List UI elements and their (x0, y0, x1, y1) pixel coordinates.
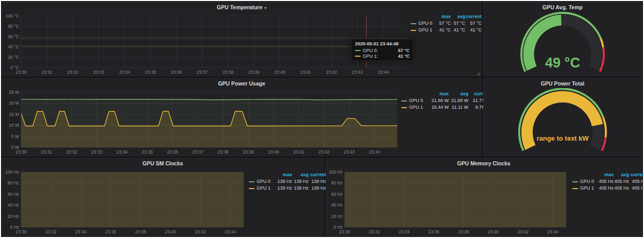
gpu-sm-clocks-chart[interactable]: 0 Hz20 Hz40 Hz60 Hz80 Hz100 Hz23:3023:32… (3, 168, 247, 235)
y-axis-tick-label: 60 Hz (8, 192, 19, 197)
panel-title-gpu-power-usage[interactable]: GPU Power Usage (218, 80, 265, 87)
legend-series-gpu-0[interactable]: GPU 0 (249, 179, 275, 184)
x-axis-tick-label: 23:37 (192, 149, 204, 155)
legend-header-avg[interactable]: avg (449, 91, 468, 97)
x-axis-tick-label: 23:36 (105, 229, 116, 234)
legend-series-gpu-0[interactable]: GPU 0 (401, 98, 428, 104)
legend-series-gpu-0[interactable]: GPU 0 (411, 21, 436, 26)
y-axis-tick-label: 100 Hz (329, 169, 343, 175)
y-axis-tick-label: 60 °C (8, 34, 19, 39)
x-axis-tick-label: 23:34 (399, 229, 410, 234)
legend-corner-cell (249, 172, 275, 178)
panel-title-gpu-sm-clocks[interactable]: GPU SM Clocks (143, 160, 183, 166)
tooltip-series-value: 41 °C (398, 54, 410, 59)
legend-header-avg[interactable]: avg (614, 172, 629, 178)
gpu-temperature-legend: maxavgcurrentGPU 057 °C57 °C57 °CGPU 141… (411, 14, 482, 33)
y-axis-tick-label: 20 Hz (8, 214, 19, 219)
legend-header-avg[interactable]: avg (451, 14, 465, 20)
legend-header-max[interactable]: max (597, 172, 614, 178)
series-color-dash (249, 181, 255, 182)
panel-title-gpu-avg-temp[interactable]: GPU Avg. Temp (543, 4, 583, 10)
legend-series-gpu-0[interactable]: GPU 0 (572, 179, 597, 184)
tooltip-row: GPU 1: 41 °C (355, 54, 410, 59)
x-axis-tick-label: 23:33 (91, 149, 103, 155)
panel-title-gpu-power-total[interactable]: GPU Power Total (541, 80, 584, 87)
legend-header-max[interactable]: max (428, 91, 449, 97)
x-axis-tick-label: 23:32 (67, 70, 79, 75)
series-color-dash (355, 56, 361, 57)
x-axis-tick-label: 23:42 (318, 149, 330, 155)
grid-lines (21, 16, 406, 67)
legend-value-cell: 57 °C (465, 21, 482, 26)
x-axis-tick-label: 23:35 (142, 149, 153, 155)
gpu-temperature-chart[interactable]: 0 °C20 °C40 °C60 °C80 °C100 °C23:3023:31… (3, 12, 410, 76)
series-color-dash (411, 23, 416, 24)
legend-series-label: GPU 0 (409, 98, 423, 104)
y-axis-tick-label: 40 Hz (8, 202, 19, 208)
chevron-down-icon[interactable]: ▾ (264, 6, 266, 10)
x-axis-tick-label: 23:42 (326, 70, 337, 75)
panel-gpu-avg-temp: GPU Avg. Temp 49 °C (483, 2, 642, 76)
legend-value-cell: 41 °C (436, 27, 451, 33)
tooltip-row: GPU 0: 57 °C (355, 48, 410, 53)
legend-series-label: GPU 1 (409, 105, 423, 110)
x-axis-tick-label: 23:38 (135, 229, 146, 234)
legend-series-gpu-1[interactable]: GPU 1 (411, 27, 436, 33)
panel-gpu-power-usage: GPU Power Usage 0 W5 W10 W15 W20 W25 W23… (2, 78, 481, 156)
series-color-dash (249, 188, 255, 189)
y-axis-tick-label: 20 W (9, 100, 19, 106)
legend-header-avg[interactable]: avg (292, 172, 309, 178)
x-axis-tick-label: 23:38 (223, 70, 234, 75)
gauge-value-text: range to text kW (484, 134, 641, 142)
legend-corner-cell (572, 172, 597, 178)
legend-header-current[interactable]: current (629, 172, 644, 178)
x-axis-tick-label: 23:38 (217, 149, 229, 155)
legend-value-cell: 57 °C (451, 21, 465, 26)
gpu-power-usage-chart[interactable]: 0 W5 W10 W15 W20 W25 W23:3023:3123:3223:… (3, 88, 400, 156)
legend-series-label: GPU 0 (257, 179, 270, 184)
x-axis-tick-label: 23:30 (15, 149, 27, 155)
legend-series-gpu-1[interactable]: GPU 1 (401, 105, 428, 110)
x-axis-tick-label: 23:32 (66, 149, 77, 155)
series-color-dash (355, 50, 361, 51)
x-axis-tick-label: 23:44 (225, 229, 236, 234)
legend-corner-cell (411, 14, 436, 20)
series-color-dash (401, 100, 407, 101)
panel-title-gpu-temperature[interactable]: GPU Temperature (217, 4, 263, 10)
legend-value-cell: 405 Hz (597, 179, 614, 184)
legend-value-cell: 405 Hz (629, 179, 644, 184)
x-axis-tick-label: 23:41 (293, 149, 304, 155)
gpu-sm-clocks-legend: maxavgcurrentGPU 0139 Hz139 Hz139 HzGPU … (249, 172, 326, 191)
gpu-power-total-gauge (484, 88, 641, 156)
legend-value-cell: 405 Hz (629, 185, 644, 191)
y-axis-tick-label: 20 Hz (331, 214, 343, 219)
legend-value-cell: 21.86 W (428, 98, 449, 104)
y-axis-tick-label: 80 Hz (8, 180, 19, 185)
x-axis-tick-label: 23:36 (171, 70, 182, 75)
gpu-memory-clocks-chart[interactable]: 0 Hz20 Hz40 Hz60 Hz80 Hz100 Hz23:3023:32… (326, 168, 569, 235)
x-axis-tick-label: 23:33 (93, 70, 105, 75)
x-axis-tick-label: 23:30 (15, 70, 27, 75)
x-axis-tick-label: 23:32 (45, 229, 57, 234)
legend-value-cell: 139 Hz (292, 179, 309, 184)
legend-series-gpu-1[interactable]: GPU 1 (572, 185, 597, 191)
series-color-dash (572, 188, 578, 189)
series-color-dash (572, 181, 578, 182)
y-axis-tick-label: 10 W (9, 123, 19, 128)
x-axis-tick-label: 23:31 (42, 70, 53, 75)
y-axis-tick-label: 100 Hz (5, 169, 19, 175)
y-axis-tick-label: 80 Hz (331, 180, 343, 185)
legend-series-gpu-1[interactable]: GPU 1 (249, 185, 275, 191)
panel-gpu-temperature: GPU Temperature▾ 0 °C20 °C40 °C60 °C80 °… (2, 2, 481, 76)
legend-header-current[interactable]: current (309, 172, 326, 178)
panel-title-gpu-memory-clocks[interactable]: GPU Memory Clocks (457, 160, 510, 166)
legend-header-max[interactable]: max (275, 172, 292, 178)
legend-header-max[interactable]: max (436, 14, 451, 20)
legend-value-cell: 139 Hz (275, 185, 292, 191)
x-axis-tick-label: 23:44 (378, 70, 389, 75)
legend-value-cell: 405 Hz (614, 185, 629, 191)
legend-header-current[interactable]: current (465, 14, 482, 20)
x-axis-tick-label: 23:34 (119, 70, 130, 75)
y-axis-tick-label: 40 Hz (331, 202, 343, 208)
dashboard: GPU Temperature▾ 0 °C20 °C40 °C60 °C80 °… (1, 1, 643, 237)
